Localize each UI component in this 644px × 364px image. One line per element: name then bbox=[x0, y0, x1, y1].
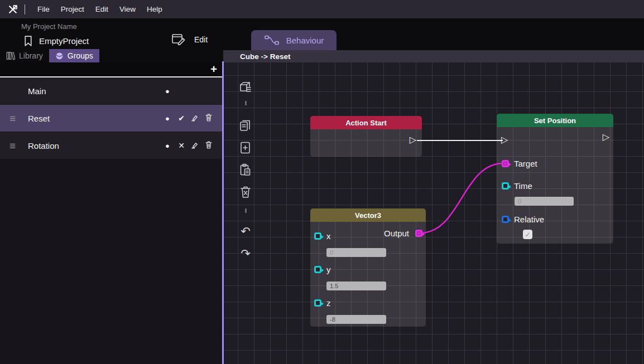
port-row-target: Target bbox=[502, 158, 537, 169]
panel-tab-strip: Library Groups bbox=[0, 49, 223, 62]
tab-library-label: Library bbox=[19, 51, 43, 60]
rename-group-icon[interactable] bbox=[190, 141, 199, 151]
drag-handle-icon[interactable]: ≡ bbox=[9, 140, 16, 151]
redo-button[interactable]: ↷ bbox=[238, 245, 253, 261]
add-node-button[interactable] bbox=[238, 80, 253, 95]
app-window: File Project Edit View Help My Project N… bbox=[0, 0, 644, 364]
menu-file[interactable]: File bbox=[32, 5, 55, 13]
group-state-dot-icon[interactable]: ● bbox=[163, 142, 172, 149]
tab-behaviour-label: Behaviour bbox=[286, 36, 324, 45]
panel-divider[interactable] bbox=[222, 61, 224, 364]
menu-edit[interactable]: Edit bbox=[90, 5, 114, 13]
add-group-button[interactable]: + bbox=[210, 62, 217, 76]
drag-handle-icon[interactable]: ≡ bbox=[9, 113, 16, 124]
project-band: My Project Name EmptyProject Edit Behavi… bbox=[0, 18, 644, 49]
relative-checkbox[interactable]: ✓ bbox=[523, 230, 532, 239]
project-group-label: My Project Name bbox=[21, 22, 77, 31]
breadcrumb: Cube -> Reset bbox=[240, 52, 290, 61]
group-disabled-cross-icon[interactable]: ✕ bbox=[177, 142, 186, 149]
port-row-output: Output bbox=[384, 227, 422, 239]
tab-library[interactable]: Library bbox=[0, 49, 49, 62]
z-input-port[interactable] bbox=[314, 299, 321, 307]
group-row-reset[interactable]: ≡ Reset ● ✔ bbox=[0, 105, 223, 132]
redo-icon: ↷ bbox=[241, 247, 251, 259]
groups-panel: + Main ● ≡ Reset ● ✔ ≡ Rotation bbox=[0, 62, 223, 364]
output-port[interactable] bbox=[415, 230, 422, 237]
port-label: Time bbox=[514, 181, 532, 191]
port-row-z: z bbox=[314, 297, 331, 308]
x-value-input[interactable] bbox=[326, 248, 386, 257]
exec-out-port[interactable]: ▷ bbox=[410, 135, 416, 144]
project-name-row[interactable]: EmptyProject bbox=[23, 35, 89, 47]
menu-bar: File Project Edit View Help bbox=[0, 0, 644, 18]
group-row-rotation[interactable]: ≡ Rotation ● ✕ bbox=[0, 132, 223, 159]
z-value-input[interactable] bbox=[326, 315, 386, 324]
relative-input-port[interactable] bbox=[502, 216, 509, 223]
tab-groups[interactable]: Groups bbox=[49, 49, 99, 62]
menu-view[interactable]: View bbox=[114, 5, 141, 13]
paste-node-button[interactable] bbox=[238, 162, 253, 178]
tab-groups-label: Groups bbox=[68, 51, 93, 60]
y-input-port[interactable] bbox=[314, 266, 321, 273]
port-label: z bbox=[326, 298, 331, 308]
bookmark-icon bbox=[23, 35, 33, 47]
menu-project[interactable]: Project bbox=[55, 5, 90, 13]
delete-node-button[interactable] bbox=[238, 185, 253, 200]
port-label: x bbox=[326, 231, 331, 241]
output-label: Output bbox=[384, 229, 409, 238]
node-title[interactable]: Set Position bbox=[497, 114, 613, 127]
port-row-x: x bbox=[314, 230, 331, 241]
edit-project-button[interactable]: Edit bbox=[171, 32, 208, 47]
port-row-y: y bbox=[314, 264, 331, 275]
port-label: y bbox=[326, 265, 331, 274]
data-wire-vector3-target[interactable] bbox=[420, 163, 503, 233]
port-label: Target bbox=[514, 159, 537, 168]
node-action-start[interactable]: Action Start ▷ bbox=[310, 116, 422, 157]
tab-behaviour[interactable]: Behaviour bbox=[251, 30, 337, 50]
y-value-input[interactable] bbox=[326, 282, 386, 290]
project-name: EmptyProject bbox=[39, 36, 89, 46]
behaviour-cable-icon bbox=[264, 35, 280, 46]
port-row-relative: Relative bbox=[502, 213, 544, 225]
edit-document-icon bbox=[171, 32, 186, 47]
library-books-icon bbox=[6, 51, 15, 60]
app-logo-icon bbox=[7, 3, 19, 16]
groups-sphere-icon bbox=[55, 52, 64, 60]
x-input-port[interactable] bbox=[314, 232, 321, 240]
port-label: Relative bbox=[514, 215, 544, 224]
node-set-position[interactable]: Set Position ▷ ▷ Target Time Relative ✓ bbox=[497, 114, 613, 244]
menu-help[interactable]: Help bbox=[141, 5, 168, 13]
group-label: Rotation bbox=[28, 141, 59, 151]
menu-divider bbox=[25, 4, 25, 14]
groups-header-row: + bbox=[0, 62, 223, 77]
toolbar-separator bbox=[245, 101, 247, 105]
group-state-dot-icon[interactable]: ● bbox=[163, 88, 172, 95]
node-title[interactable]: Action Start bbox=[310, 116, 422, 129]
checkbox-check-icon: ✓ bbox=[525, 231, 530, 239]
toolbar-separator bbox=[245, 208, 247, 213]
time-input-port[interactable] bbox=[502, 182, 509, 190]
copy-node-button[interactable] bbox=[238, 118, 253, 133]
new-node-button[interactable] bbox=[238, 140, 253, 156]
exec-in-port[interactable]: ▷ bbox=[501, 135, 508, 144]
group-label: Main bbox=[28, 86, 46, 96]
node-title[interactable]: Vector3 bbox=[310, 208, 426, 222]
port-row-time: Time bbox=[502, 180, 532, 191]
breadcrumb-bar: Cube -> Reset bbox=[223, 50, 644, 62]
group-row-main[interactable]: Main ● bbox=[0, 77, 223, 104]
node-graph-canvas[interactable]: ↶ ↷ Action Start ▷ Set Position ▷ ▷ Targ… bbox=[224, 62, 644, 364]
rename-group-icon[interactable] bbox=[190, 114, 199, 123]
time-value-input[interactable] bbox=[515, 197, 574, 206]
group-state-dot-icon[interactable]: ● bbox=[163, 115, 172, 122]
group-label: Reset bbox=[28, 114, 50, 123]
edit-project-label: Edit bbox=[194, 35, 208, 44]
exec-out-port[interactable]: ▷ bbox=[603, 133, 609, 142]
group-enabled-check-icon[interactable]: ✔ bbox=[177, 114, 186, 122]
delete-group-icon[interactable] bbox=[204, 114, 213, 123]
undo-button[interactable]: ↶ bbox=[238, 223, 253, 239]
delete-group-icon[interactable] bbox=[204, 141, 213, 151]
undo-icon: ↶ bbox=[241, 225, 251, 237]
target-input-port[interactable] bbox=[502, 160, 509, 167]
node-vector3[interactable]: Vector3 x y z Output bbox=[310, 208, 426, 327]
